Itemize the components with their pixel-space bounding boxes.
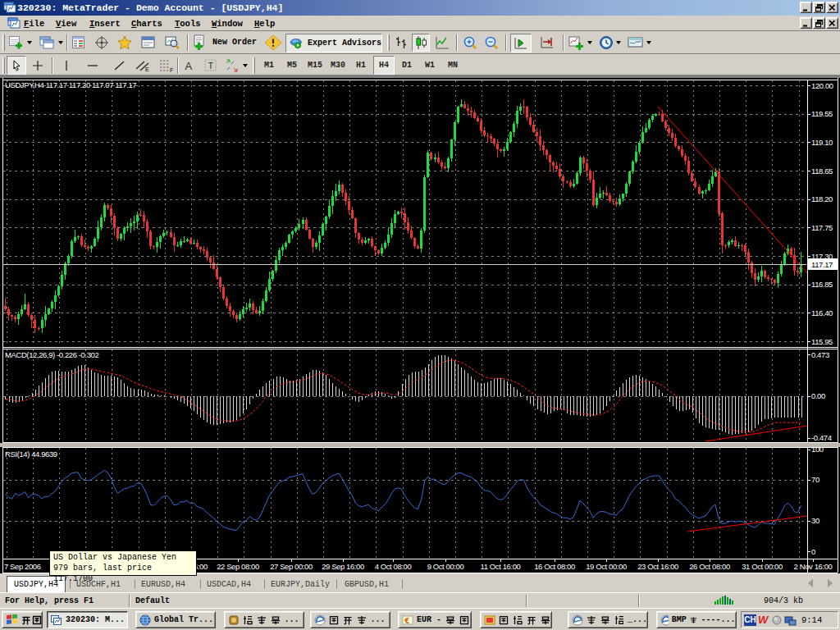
svg-text:26 Oct 08:00: 26 Oct 08:00 [689,562,730,571]
svg-text:118.65: 118.65 [811,167,833,176]
svg-text:119.55: 119.55 [811,109,833,118]
svg-text:-0.474: -0.474 [811,433,832,442]
svg-text:MACD(12,26,9) -0.226 -0.302: MACD(12,26,9) -0.226 -0.302 [5,350,98,359]
svg-text:9 Oct 00:00: 9 Oct 00:00 [427,562,464,571]
svg-text:0: 0 [811,547,815,556]
svg-text:115.95: 115.95 [811,337,833,346]
svg-text:T: T [208,61,214,71]
svg-text:E: E [145,66,149,72]
svg-text:117.75: 117.75 [811,223,833,232]
svg-text:2 Nov 16:00: 2 Nov 16:00 [794,562,833,571]
svg-text:118.20: 118.20 [811,194,833,203]
svg-text:A: A [185,60,193,72]
svg-text:19 Oct 00:00: 19 Oct 00:00 [586,562,627,571]
svg-text:22 Sep 08:00: 22 Sep 08:00 [217,562,259,571]
svg-text:€: € [404,617,409,626]
svg-text:7 Sep 2006: 7 Sep 2006 [4,562,41,571]
svg-text:16 Oct 08:00: 16 Oct 08:00 [534,562,575,571]
svg-text:0.00: 0.00 [811,391,825,400]
svg-text:100: 100 [811,445,824,454]
svg-text:11 Oct 16:00: 11 Oct 16:00 [481,562,521,571]
svg-text:29 Sep 16:00: 29 Sep 16:00 [322,562,364,571]
svg-text:27 Sep 00:00: 27 Sep 00:00 [270,562,313,571]
svg-text:31 Oct 00:00: 31 Oct 00:00 [742,562,783,571]
svg-text:70: 70 [811,475,819,484]
svg-text:116.40: 116.40 [811,308,833,317]
svg-text:23 Oct 16:00: 23 Oct 16:00 [637,562,678,571]
svg-text:120.00: 120.00 [811,81,833,90]
svg-text:30: 30 [811,516,819,525]
svg-text:USDJPY,H4 117.17 117.20 117.0: USDJPY,H4 117.17 117.20 117.07 117.17 [5,80,136,89]
svg-text:RSI(14) 44.9639: RSI(14) 44.9639 [5,450,57,459]
svg-text:119.10: 119.10 [811,138,833,147]
svg-text:4 Oct 08:00: 4 Oct 08:00 [375,562,412,571]
svg-text:117.17: 117.17 [811,260,833,269]
svg-text:0.473: 0.473 [811,350,829,359]
svg-text:116.85: 116.85 [811,280,833,289]
svg-text:F: F [170,67,173,73]
